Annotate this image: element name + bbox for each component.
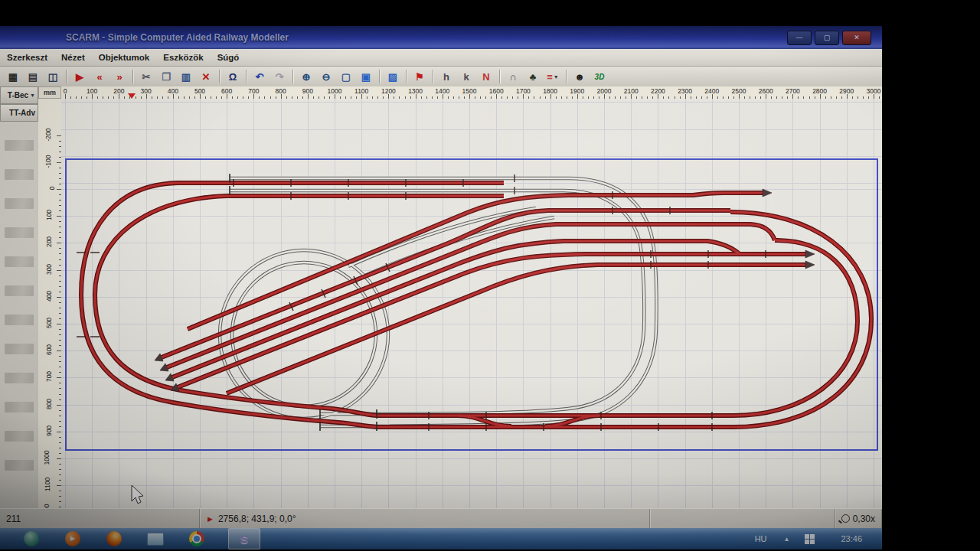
- track-part-list[interactable]: [0, 140, 38, 471]
- zoom-in-icon[interactable]: ⊕: [297, 68, 315, 85]
- menu-objektumok[interactable]: Objektumok: [92, 53, 156, 62]
- taskbar-app-scarm[interactable]: S: [228, 528, 260, 549]
- minimize-button[interactable]: —: [787, 31, 812, 45]
- toolbar-separator: [132, 70, 133, 83]
- track-part-item[interactable]: [5, 431, 34, 442]
- toolbar-separator: [246, 70, 247, 83]
- taskbar-apps: S: [0, 528, 260, 549]
- track-part-item[interactable]: [5, 315, 34, 325]
- bridge-icon[interactable]: ∩: [504, 68, 522, 85]
- track-part-item[interactable]: [5, 344, 34, 354]
- tray-expand-icon[interactable]: ▲: [784, 536, 790, 543]
- print-preview-icon[interactable]: ◫: [44, 68, 62, 85]
- library-selector-ttbec[interactable]: T-Bec▼: [0, 86, 38, 104]
- track-part-item[interactable]: [5, 373, 34, 383]
- track-part-item[interactable]: [5, 256, 34, 267]
- view-3d-icon[interactable]: 3D: [590, 68, 609, 85]
- taskbar-app-firefox[interactable]: [104, 529, 124, 549]
- measure-icon[interactable]: ▣: [357, 68, 375, 85]
- toolbar-separator: [433, 70, 433, 83]
- v-ruler-label: 900: [45, 425, 53, 436]
- toolbar-separator: [499, 70, 500, 83]
- v-ruler-label: 500: [45, 318, 53, 328]
- cut-icon[interactable]: ✂: [137, 68, 155, 85]
- track-part-item[interactable]: [5, 402, 34, 412]
- v-ruler-label: -100: [44, 155, 51, 168]
- taskbar-app-media-player-icon: [65, 531, 80, 546]
- layout-canvas[interactable]: [61, 99, 882, 509]
- menu-bar: SzerkesztNézetObjektumokEszközökSúgó: [0, 49, 882, 67]
- delete-icon[interactable]: ✕: [197, 68, 215, 85]
- magnet-icon[interactable]: Ω: [224, 68, 242, 85]
- status-coordinates: ► 2756,8; 431,9; 0,0°: [200, 509, 650, 528]
- background-image-icon[interactable]: ▨: [384, 68, 402, 85]
- taskbar-app-chrome[interactable]: [187, 529, 207, 549]
- v-ruler-label: 0: [49, 187, 57, 191]
- menu-súgó[interactable]: Súgó: [211, 53, 247, 62]
- system-tray: HU ▲ 23:46: [755, 528, 882, 549]
- photo-stage: SCARM - Simple Computer Aided Railway Mo…: [0, 0, 980, 551]
- vegetation-icon[interactable]: ♣: [524, 68, 542, 85]
- track-part-item[interactable]: [5, 227, 34, 238]
- h-ruler-position-marker: [128, 93, 136, 99]
- v-ruler-label: 600: [45, 344, 53, 355]
- step-back-icon[interactable]: «: [90, 68, 109, 85]
- menu-szerkeszt[interactable]: Szerkeszt: [0, 53, 54, 62]
- toolbar-separator: [406, 70, 407, 83]
- close-button[interactable]: ✕: [842, 31, 871, 45]
- toolbar-separator: [66, 70, 67, 83]
- track-part-item[interactable]: [5, 285, 34, 296]
- status-zoom[interactable]: 0,30x: [835, 509, 882, 528]
- scarm-window: SCARM - Simple Computer Aided Railway Mo…: [0, 26, 882, 549]
- v-ruler-label: 300: [45, 264, 53, 275]
- copy-icon[interactable]: ❐: [157, 68, 175, 85]
- clock[interactable]: 23:46: [841, 534, 862, 543]
- taskbar-app-media-player[interactable]: [63, 529, 83, 549]
- menu-eszközök[interactable]: Eszközök: [156, 53, 210, 62]
- track-part-item[interactable]: [5, 460, 34, 471]
- maximize-button[interactable]: ▢: [815, 31, 839, 45]
- track-colors-icon[interactable]: ≡▼: [544, 68, 562, 85]
- status-spacer: [650, 509, 835, 528]
- track-plan: [61, 99, 882, 509]
- v-ruler-label: 100: [45, 210, 53, 220]
- toolbar-separator: [379, 70, 380, 83]
- ruler-unit-box: mm: [38, 86, 61, 99]
- zoom-out-icon[interactable]: ⊖: [317, 68, 335, 85]
- vertical-ruler: -200-10001002003004005006007008009001000…: [38, 99, 62, 509]
- paste-icon[interactable]: ▥: [177, 68, 195, 85]
- track-part-item[interactable]: [5, 140, 34, 151]
- gray-track-network[interactable]: [220, 178, 656, 426]
- save-icon[interactable]: ▦: [4, 68, 22, 85]
- slope-icon[interactable]: k: [457, 68, 475, 85]
- v-ruler-label: 400: [45, 291, 53, 302]
- title-bar[interactable]: SCARM - Simple Computer Aided Railway Mo…: [0, 26, 882, 49]
- height-point-icon[interactable]: h: [437, 68, 456, 85]
- undo-icon[interactable]: ↶: [250, 68, 269, 85]
- taskbar-app-folder-icon: [147, 533, 164, 546]
- run-icon[interactable]: ▶: [70, 68, 89, 85]
- select-frame-icon[interactable]: ▢: [337, 68, 355, 85]
- windows-taskbar: S HU ▲ 23:46: [0, 528, 882, 549]
- print-icon[interactable]: ▤: [24, 68, 42, 85]
- track-part-item[interactable]: [5, 198, 34, 209]
- windows-logo-icon[interactable]: [805, 534, 815, 544]
- scarm-app-icon: S: [240, 533, 248, 546]
- number-icon[interactable]: N: [477, 68, 495, 85]
- flag-icon[interactable]: ⚑: [410, 68, 429, 85]
- taskbar-app-folder[interactable]: [145, 529, 165, 549]
- track-part-item[interactable]: [5, 169, 34, 180]
- redo-icon[interactable]: ↷: [270, 68, 289, 85]
- step-forward-icon[interactable]: »: [110, 68, 129, 85]
- menu-nézet[interactable]: Nézet: [54, 53, 92, 62]
- magnifier-icon: [841, 514, 850, 523]
- status-bar: 211 ► 2756,8; 431,9; 0,0° 0,30x: [0, 508, 882, 528]
- language-indicator[interactable]: HU: [755, 534, 767, 543]
- library-selector-ttadv[interactable]: TT-Adv: [0, 104, 38, 122]
- taskbar-app-swirl[interactable]: [21, 529, 41, 549]
- track-library-sidebar: T-Bec▼ TT-Adv: [0, 86, 39, 509]
- figures-icon[interactable]: ☻: [570, 68, 589, 85]
- taskbar-app-firefox-icon: [106, 531, 122, 546]
- taskbar-app-chrome-icon: [189, 531, 204, 546]
- v-ruler-label: 1000: [44, 451, 51, 465]
